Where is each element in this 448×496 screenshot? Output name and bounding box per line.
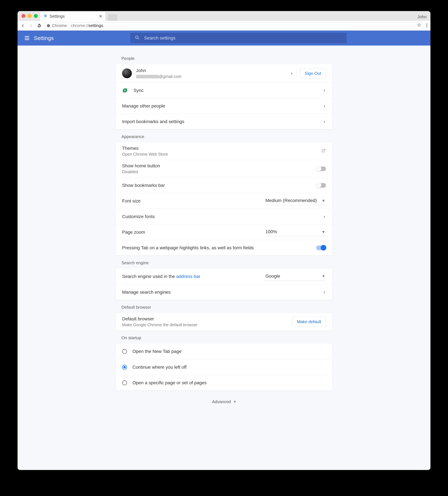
tab-strip: Settings ✕ John <box>17 11 431 21</box>
site-info-icon <box>47 24 50 28</box>
svg-point-4 <box>426 25 427 26</box>
make-default-button[interactable]: Make default <box>292 317 326 327</box>
search-engine-row: Search engine used in the address bar Go… <box>116 269 332 284</box>
tab-title: Settings <box>49 14 65 19</box>
startup-opt-continue[interactable]: Continue where you left off <box>116 359 332 375</box>
address-bar-link[interactable]: address bar <box>176 274 200 279</box>
caret-down-icon: ▾ <box>322 273 325 279</box>
profile-name[interactable]: John <box>418 14 427 19</box>
profile-row[interactable]: John @gmail.com Sign Out <box>116 64 332 82</box>
manage-search-engines-row[interactable]: Manage search engines <box>116 284 332 300</box>
bookmarks-bar-toggle[interactable] <box>316 183 326 188</box>
search-engine-value: Google <box>266 274 280 279</box>
new-tab-button[interactable] <box>108 14 117 21</box>
home-button-sub: Disabled <box>122 170 316 174</box>
import-bookmarks-label: Import bookmarks and settings <box>122 119 323 124</box>
section-label-startup: On startup <box>121 335 332 340</box>
window-controls <box>21 14 38 18</box>
page-zoom-select[interactable]: 100% ▾ <box>264 228 326 236</box>
import-bookmarks-row[interactable]: Import bookmarks and settings <box>116 114 332 129</box>
svg-rect-2 <box>48 25 49 25</box>
themes-sub: Open Chrome Web Store <box>122 152 321 157</box>
customize-fonts-label: Customize fonts <box>122 214 323 219</box>
svg-point-6 <box>135 36 138 38</box>
default-browser-sub: Make Google Chrome the default browser <box>122 323 292 327</box>
settings-search-input[interactable] <box>144 35 342 41</box>
browser-menu-icon[interactable] <box>426 23 428 28</box>
open-external-icon <box>321 148 326 154</box>
themes-label: Themes <box>122 146 321 151</box>
page-zoom-label: Page zoom <box>122 230 264 235</box>
omnibox-brand: Chrome <box>52 23 67 28</box>
startup-opt1-label: Open the New Tab page <box>133 349 181 354</box>
caret-down-icon: ▾ <box>322 198 325 203</box>
home-button-label: Show home button <box>122 163 316 169</box>
svg-point-5 <box>426 26 427 27</box>
search-engine-select[interactable]: Google ▾ <box>264 272 326 280</box>
manage-people-row[interactable]: Manage other people <box>116 98 332 114</box>
font-size-row: Font size Medium (Recommended) ▾ <box>116 193 332 209</box>
page-zoom-value: 100% <box>266 229 277 234</box>
gear-icon <box>43 14 47 19</box>
home-button-toggle[interactable] <box>316 167 326 171</box>
settings-header: Settings <box>17 31 431 46</box>
startup-opt-specific[interactable]: Open a specific page or set of pages <box>116 375 332 390</box>
font-size-label: Font size <box>122 198 264 204</box>
section-label-search: Search engine <box>121 260 332 265</box>
font-size-value: Medium (Recommended) <box>266 198 317 203</box>
page-title: Settings <box>34 35 54 41</box>
search-card: Search engine used in the address bar Go… <box>116 269 332 300</box>
advanced-toggle[interactable]: Advanced ▾ <box>116 390 332 416</box>
menu-icon[interactable] <box>25 36 29 40</box>
omnibox-url: chrome://settings <box>71 23 103 28</box>
chevron-right-icon <box>323 290 326 295</box>
page-zoom-row: Page zoom 100% ▾ <box>116 224 332 240</box>
sync-label: Sync <box>134 88 323 93</box>
chevron-right-icon <box>323 88 326 93</box>
fullscreen-window-button[interactable] <box>34 14 38 18</box>
chevron-right-icon <box>323 214 326 219</box>
sign-out-button[interactable]: Sign Out <box>300 68 326 78</box>
startup-opt-new-tab[interactable]: Open the New Tab page <box>116 344 332 359</box>
advanced-label: Advanced <box>212 399 231 404</box>
sync-row[interactable]: Sync <box>116 82 332 98</box>
themes-row[interactable]: Themes Open Chrome Web Store <box>116 142 332 160</box>
avatar <box>122 68 132 78</box>
default-browser-title: Default browser <box>122 316 292 322</box>
profile-email: @gmail.com <box>136 74 291 79</box>
minimize-window-button[interactable] <box>28 14 31 18</box>
bookmarks-bar-label: Show bookmarks bar <box>122 183 316 188</box>
people-card: John @gmail.com Sign Out Syn <box>116 64 332 129</box>
font-size-select[interactable]: Medium (Recommended) ▾ <box>264 197 326 205</box>
radio-button[interactable] <box>122 365 127 370</box>
browser-window: Settings ✕ John Chrome <box>17 11 431 470</box>
default-browser-card: Default browser Make Google Chrome the d… <box>116 313 332 330</box>
manage-search-engines-label: Manage search engines <box>122 290 323 295</box>
chevron-right-icon <box>323 103 326 109</box>
close-tab-icon[interactable]: ✕ <box>99 14 102 19</box>
forward-button[interactable] <box>29 23 33 28</box>
radio-button[interactable] <box>122 349 127 354</box>
bookmark-star-icon[interactable] <box>417 23 421 28</box>
section-label-default-browser: Default browser <box>121 305 332 310</box>
reload-button[interactable] <box>37 23 42 28</box>
caret-down-icon: ▾ <box>322 229 325 234</box>
search-icon <box>135 35 139 41</box>
address-bar[interactable]: Chrome chrome://settings <box>45 22 423 29</box>
search-engine-label: Search engine used in the address bar <box>122 274 264 279</box>
caret-down-icon: ▾ <box>234 399 236 404</box>
appearance-card: Themes Open Chrome Web Store Show home b… <box>116 142 332 255</box>
close-window-button[interactable] <box>21 14 25 18</box>
back-button[interactable] <box>20 23 25 28</box>
customize-fonts-row[interactable]: Customize fonts <box>116 209 332 224</box>
browser-tab[interactable]: Settings ✕ <box>40 12 105 21</box>
settings-search[interactable] <box>130 33 346 43</box>
section-label-appearance: Appearance <box>121 134 332 139</box>
svg-rect-1 <box>48 25 49 26</box>
startup-card: Open the New Tab page Continue where you… <box>116 344 332 390</box>
redacted-email-local <box>136 75 159 78</box>
radio-button[interactable] <box>122 380 127 385</box>
tab-highlight-toggle[interactable] <box>316 246 326 250</box>
chevron-right-icon <box>291 71 293 76</box>
home-button-row: Show home button Disabled <box>116 160 332 177</box>
